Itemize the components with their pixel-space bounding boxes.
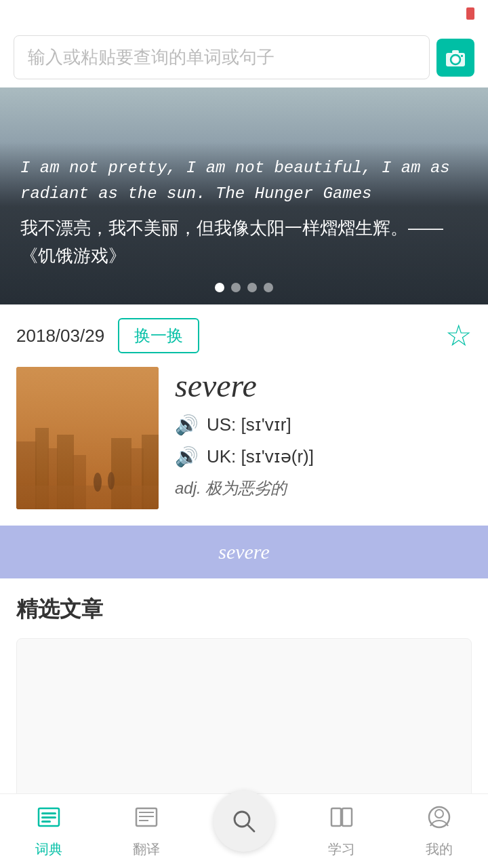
word-of-day-section: 2018/03/29 换一换 ☆ <box>0 304 488 526</box>
dot-1 <box>215 283 224 292</box>
svg-rect-28 <box>331 808 341 826</box>
dot-4 <box>264 283 273 292</box>
star-icon: ☆ <box>445 319 472 352</box>
svg-rect-15 <box>16 486 159 509</box>
profile-icon <box>426 804 452 836</box>
us-pronunciation-text: US: [sɪ'vɪr] <box>207 414 291 435</box>
status-bar <box>0 0 488 27</box>
svg-rect-13 <box>130 448 144 509</box>
articles-section-title: 精选文章 <box>16 595 472 625</box>
svg-rect-11 <box>73 455 86 509</box>
svg-rect-12 <box>111 438 131 509</box>
banner-overlay: I am not pretty, I am not beautiful, I a… <box>0 142 488 304</box>
banner-carousel[interactable]: I am not pretty, I am not beautiful, I a… <box>0 87 488 304</box>
word-header: 2018/03/29 换一换 ☆ <box>16 318 472 353</box>
search-placeholder: 输入或粘贴要查询的单词或句子 <box>28 45 415 69</box>
svg-rect-6 <box>16 367 159 509</box>
uk-pronunciation-text: UK: [sɪ'vɪə(r)] <box>207 446 314 467</box>
camera-button[interactable] <box>436 39 474 77</box>
battery-indicator <box>466 7 474 20</box>
word-image <box>16 367 159 509</box>
word-body: severe 🔊 US: [sɪ'vɪr] 🔊 UK: [sɪ'vɪə(r)] … <box>16 367 472 526</box>
svg-point-17 <box>108 472 115 490</box>
word-info: severe 🔊 US: [sɪ'vɪr] 🔊 UK: [sɪ'vɪə(r)] … <box>175 367 472 509</box>
svg-rect-21 <box>41 821 51 823</box>
nav-label-learn: 学习 <box>328 840 355 859</box>
word-title: severe <box>175 367 472 404</box>
svg-point-32 <box>435 810 443 818</box>
svg-point-16 <box>94 473 102 492</box>
svg-point-2 <box>453 57 458 62</box>
word-date: 2018/03/29 <box>16 326 104 347</box>
svg-rect-7 <box>16 441 37 509</box>
banner-quote-english: I am not pretty, I am not beautiful, I a… <box>20 155 468 208</box>
nav-item-learn[interactable]: 学习 <box>308 804 375 859</box>
svg-rect-19 <box>41 812 56 814</box>
sandstorm-scene <box>16 367 159 509</box>
svg-rect-20 <box>41 816 56 818</box>
nav-label-translate: 翻译 <box>133 840 160 859</box>
favorite-button[interactable]: ☆ <box>445 321 472 351</box>
nav-item-search[interactable] <box>210 811 278 852</box>
us-sound-icon[interactable]: 🔊 <box>175 414 199 436</box>
svg-line-27 <box>247 825 254 831</box>
search-bar: 输入或粘贴要查询的单词或句子 <box>0 27 488 87</box>
banner-quote-chinese: 我不漂亮，我不美丽，但我像太阳一样熠熠生辉。——《饥饿游戏》 <box>20 214 468 271</box>
nav-item-translate[interactable]: 翻译 <box>113 804 180 859</box>
svg-rect-14 <box>142 435 159 509</box>
us-pronunciation[interactable]: 🔊 US: [sɪ'vɪr] <box>175 414 472 436</box>
svg-rect-8 <box>35 428 49 509</box>
word-definition: adj. 极为恶劣的 <box>175 477 472 499</box>
banner-dots <box>215 283 273 292</box>
translate-icon <box>134 804 159 836</box>
search-input-wrap[interactable]: 输入或粘贴要查询的单词或句子 <box>14 35 430 79</box>
dot-2 <box>231 283 241 292</box>
svg-rect-5 <box>16 367 159 509</box>
severe-banner: severe <box>0 526 488 578</box>
svg-rect-10 <box>57 435 74 509</box>
uk-sound-icon[interactable]: 🔊 <box>175 446 199 468</box>
svg-rect-9 <box>47 448 58 509</box>
svg-rect-4 <box>461 55 463 57</box>
svg-rect-3 <box>452 50 459 54</box>
bottom-nav: 词典 翻译 学习 <box>0 793 488 868</box>
severe-banner-text: severe <box>218 540 270 563</box>
dot-3 <box>247 283 257 292</box>
learn-icon <box>329 804 354 836</box>
search-circle[interactable] <box>214 791 274 852</box>
uk-pronunciation[interactable]: 🔊 UK: [sɪ'vɪə(r)] <box>175 446 472 468</box>
nav-item-dictionary[interactable]: 词典 <box>15 804 83 859</box>
dictionary-icon <box>36 804 62 836</box>
nav-item-profile[interactable]: 我的 <box>405 804 473 859</box>
nav-label-dictionary: 词典 <box>35 840 62 859</box>
nav-label-profile: 我的 <box>426 840 453 859</box>
camera-icon <box>445 47 466 68</box>
svg-rect-29 <box>342 808 352 826</box>
refresh-button[interactable]: 换一换 <box>118 318 199 353</box>
